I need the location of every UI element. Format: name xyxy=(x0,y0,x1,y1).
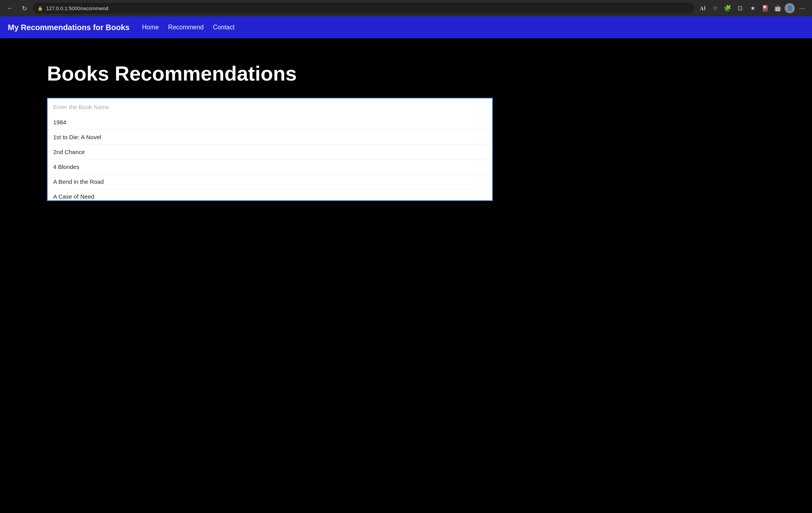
favorites-bar-button[interactable]: ★ xyxy=(747,3,758,14)
read-aloud-button[interactable]: 𝐀𝗜 xyxy=(697,3,708,14)
reload-button[interactable]: ↻ xyxy=(19,3,30,14)
main-content: Books Recommendations 1984 1st to Die: A… xyxy=(0,38,812,224)
list-item[interactable]: 1984 xyxy=(48,115,492,130)
site-navbar: My Recommendations for Books Home Recomm… xyxy=(0,16,812,38)
browser-toolbar: 𝐀𝗜 ☆ 🧩 ⊡ ★ 🎴 🤖 👤 ⋯ xyxy=(697,3,807,14)
address-bar[interactable]: 🔒 127.0.0.1:5000/recommend xyxy=(33,3,694,14)
collections-button[interactable]: 🎴 xyxy=(760,3,771,14)
extensions-button[interactable]: 🧩 xyxy=(722,3,733,14)
back-button[interactable]: ← xyxy=(5,3,16,14)
page-title: Books Recommendations xyxy=(47,62,765,85)
nav-contact[interactable]: Contact xyxy=(213,24,235,31)
nav-home[interactable]: Home xyxy=(142,24,159,31)
lock-icon: 🔒 xyxy=(38,6,43,11)
book-dropdown-list: 1984 1st to Die: A Novel 2nd Chance 4 Bl… xyxy=(47,115,493,201)
list-item[interactable]: 1st to Die: A Novel xyxy=(48,130,492,145)
nav-links: Home Recommend Contact xyxy=(142,24,235,31)
site-title[interactable]: My Recommendations for Books xyxy=(8,23,129,32)
nav-recommend[interactable]: Recommend xyxy=(168,24,204,31)
split-screen-button[interactable]: ⊡ xyxy=(735,3,746,14)
copilot-button[interactable]: 🤖 xyxy=(772,3,783,14)
list-item[interactable]: A Bend in the Road xyxy=(48,174,492,189)
favorites-button[interactable]: ☆ xyxy=(710,3,720,14)
url-text: 127.0.0.1:5000/recommend xyxy=(46,5,108,11)
menu-button[interactable]: ⋯ xyxy=(796,3,807,14)
list-item[interactable]: 2nd Chance xyxy=(48,145,492,160)
search-container: 1984 1st to Die: A Novel 2nd Chance 4 Bl… xyxy=(47,98,493,201)
list-item[interactable]: 4 Blondes xyxy=(48,160,492,174)
book-search-input[interactable] xyxy=(47,98,493,115)
profile-button[interactable]: 👤 xyxy=(785,3,795,13)
list-item[interactable]: A Case of Need xyxy=(48,189,492,201)
browser-chrome: ← ↻ 🔒 127.0.0.1:5000/recommend 𝐀𝗜 ☆ 🧩 ⊡ … xyxy=(0,0,812,16)
